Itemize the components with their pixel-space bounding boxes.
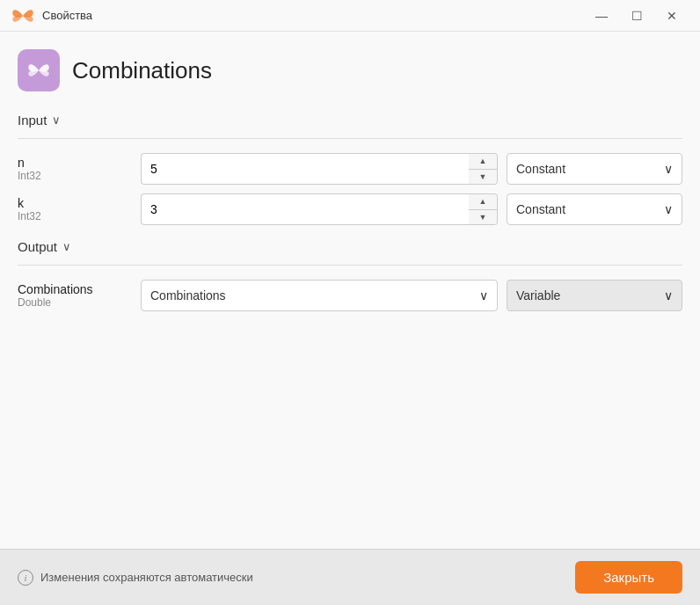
output-dropdown-type-chevron: ∨: [664, 288, 673, 302]
param-spin-k: ▲ ▼: [469, 193, 498, 225]
input-chevron-icon: ∨: [52, 113, 61, 127]
output-divider: [18, 265, 682, 266]
spin-down-k[interactable]: ▼: [469, 210, 497, 225]
param-type-combinations: Double: [18, 296, 141, 309]
output-dropdown-variable[interactable]: Variable ∨: [507, 280, 682, 311]
input-section-label: Input: [18, 113, 47, 128]
input-section-header[interactable]: Input ∨: [18, 113, 682, 128]
output-chevron-icon: ∨: [62, 240, 71, 253]
footer-info: i Изменения сохраняются автоматически: [18, 570, 253, 586]
param-name-k: k: [18, 196, 141, 210]
footer: i Изменения сохраняются автоматически За…: [0, 549, 700, 605]
titlebar-controls: — ☐ ✕: [584, 0, 689, 32]
param-dropdown-chevron-n: ∨: [664, 162, 673, 176]
main-content: Combinations Input ∨ n Int32 ▲ ▼ Constan…: [0, 32, 700, 549]
maximize-button[interactable]: ☐: [619, 0, 654, 32]
param-row-k: k Int32 ▲ ▼ Constant ∨: [18, 193, 682, 225]
param-dropdown-label-k: Constant: [516, 202, 565, 216]
output-dropdown-value: Combinations: [150, 288, 226, 302]
param-name-n: n: [18, 156, 141, 170]
param-label-k: k Int32: [18, 196, 141, 222]
param-input-group-n: ▲ ▼: [141, 153, 498, 185]
spin-up-k[interactable]: ▲: [469, 194, 497, 210]
param-row-combinations: Combinations Double Combinations ∨ Varia…: [18, 280, 682, 311]
footer-info-text: Изменения сохраняются автоматически: [40, 571, 253, 584]
titlebar-title: Свойства: [42, 9, 584, 22]
close-button[interactable]: Закрыть: [575, 561, 682, 594]
param-dropdown-k[interactable]: Constant ∨: [507, 193, 682, 225]
param-dropdown-n[interactable]: Constant ∨: [507, 153, 682, 185]
output-section-header[interactable]: Output ∨: [18, 239, 682, 254]
param-type-k: Int32: [18, 210, 141, 222]
output-dropdown-combinations[interactable]: Combinations ∨: [141, 280, 498, 311]
close-window-button[interactable]: ✕: [654, 0, 689, 32]
output-dropdown-chevron: ∨: [479, 288, 488, 302]
param-label-n: n Int32: [18, 156, 141, 182]
info-icon: i: [18, 570, 33, 586]
output-section-label: Output: [18, 239, 57, 254]
param-name-combinations: Combinations: [18, 282, 141, 296]
param-dropdown-chevron-k: ∨: [664, 202, 673, 216]
param-label-combinations: Combinations Double: [18, 282, 141, 309]
titlebar-icon: [11, 4, 35, 28]
param-input-k[interactable]: [141, 193, 469, 225]
param-type-n: Int32: [18, 170, 141, 182]
param-spin-n: ▲ ▼: [469, 153, 498, 185]
input-divider: [18, 138, 682, 139]
output-dropdown-type-label: Variable: [516, 288, 560, 302]
param-dropdown-label-n: Constant: [516, 162, 565, 176]
app-title: Combinations: [72, 57, 212, 84]
spin-down-n[interactable]: ▼: [469, 170, 497, 185]
param-input-group-k: ▲ ▼: [141, 193, 498, 225]
param-row-n: n Int32 ▲ ▼ Constant ∨: [18, 153, 682, 185]
butterfly-icon: [26, 58, 51, 83]
minimize-button[interactable]: —: [584, 0, 619, 32]
app-header: Combinations: [18, 49, 682, 91]
param-input-n[interactable]: [141, 153, 469, 185]
title-bar: Свойства — ☐ ✕: [0, 0, 700, 32]
app-icon: [18, 49, 60, 91]
spin-up-n[interactable]: ▲: [469, 154, 497, 170]
